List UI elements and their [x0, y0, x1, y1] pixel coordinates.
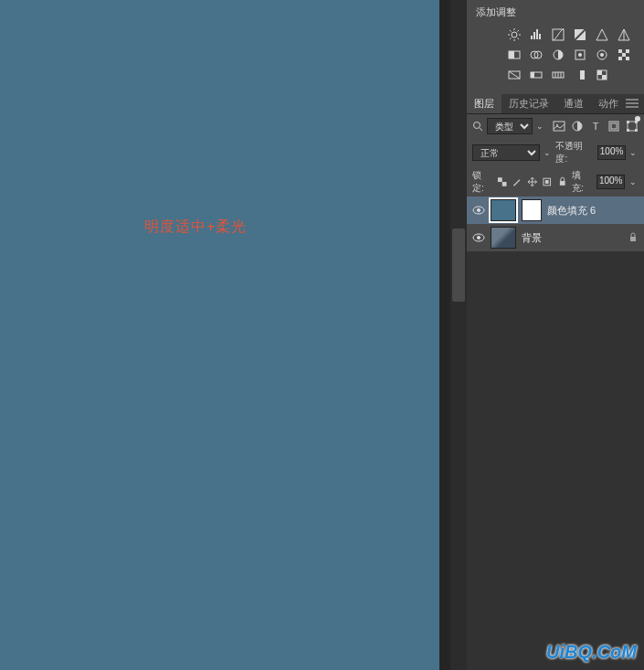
blend-mode-row: 正常 ⌄ 不透明度: 100% ⌄ [467, 138, 644, 167]
layers-empty-area[interactable] [467, 251, 644, 670]
svg-rect-19 [531, 72, 534, 78]
levels-icon[interactable] [529, 27, 544, 42]
canvas-area[interactable]: 明度适中+柔光 [0, 0, 439, 670]
filter-text-icon[interactable]: T [589, 120, 602, 133]
svg-rect-24 [597, 70, 602, 75]
svg-rect-37 [635, 129, 638, 132]
gradient-map-icon[interactable] [529, 68, 544, 82]
svg-rect-12 [618, 49, 622, 53]
svg-rect-42 [560, 181, 565, 186]
lock-all-icon[interactable] [557, 176, 567, 187]
solid-icon[interactable] [573, 68, 587, 82]
blend-mode-select[interactable]: 正常 [472, 144, 540, 161]
lock-row: 锁定: 填充: 100% ⌄ [467, 167, 644, 197]
adjustments-row-3 [501, 65, 637, 85]
lock-label: 锁定: [472, 169, 492, 195]
visibility-eye-icon[interactable] [472, 204, 485, 217]
svg-rect-22 [575, 70, 580, 80]
tab-channels[interactable]: 通道 [556, 94, 591, 113]
svg-rect-4 [509, 51, 514, 58]
photo-filter-icon[interactable] [529, 48, 544, 62]
layers-list: 颜色填充 6 背景 [467, 197, 644, 251]
chevron-down-icon[interactable]: ⌄ [629, 148, 639, 157]
lock-position-icon[interactable] [527, 176, 537, 187]
filter-toggle-dot[interactable] [635, 116, 640, 122]
svg-rect-15 [618, 57, 622, 60]
svg-point-26 [474, 122, 480, 129]
svg-rect-41 [545, 180, 549, 184]
svg-rect-16 [626, 57, 629, 60]
color-lookup-icon[interactable] [573, 48, 587, 62]
svg-rect-39 [502, 182, 507, 186]
adjustments-row-2 [501, 45, 637, 65]
tab-history[interactable]: 历史记录 [501, 94, 556, 113]
panel-divider [439, 0, 451, 670]
brightness-icon[interactable] [507, 27, 522, 42]
svg-rect-38 [498, 177, 502, 182]
adjustments-row-1 [501, 25, 637, 45]
posterize-icon[interactable] [617, 48, 631, 62]
adjustments-panel: 添加调整 [467, 0, 644, 94]
scrollbar-thumb[interactable] [452, 229, 465, 302]
hue-icon[interactable] [617, 27, 631, 42]
chevron-down-icon[interactable]: ⌄ [544, 148, 553, 157]
layer-mask-thumbnail[interactable] [522, 199, 542, 221]
panel-tabs: 图层 历史记录 通道 动作 [467, 94, 644, 114]
opacity-value[interactable]: 100% [597, 145, 627, 160]
chevron-down-icon[interactable]: ⌄ [536, 122, 544, 131]
filter-kind-select[interactable]: 类型 [487, 118, 533, 134]
layer-item[interactable]: 背景 [467, 224, 644, 251]
panel-menu-icon[interactable] [626, 99, 639, 110]
curves-icon[interactable] [551, 27, 565, 42]
filter-shape-icon[interactable] [607, 120, 620, 133]
bw-icon[interactable] [507, 48, 522, 62]
lock-transparency-icon[interactable] [497, 176, 507, 187]
layer-name[interactable]: 背景 [522, 231, 622, 245]
invert-icon[interactable] [595, 48, 609, 62]
svg-rect-32 [611, 123, 617, 129]
layer-item[interactable]: 颜色填充 6 [467, 197, 644, 224]
fill-label: 填充: [572, 169, 592, 195]
filter-icons: T [553, 120, 639, 133]
layer-filter-row: 类型 ⌄ T [467, 114, 644, 138]
svg-rect-13 [626, 49, 629, 53]
channel-mixer-icon[interactable] [551, 48, 565, 62]
lock-icon [628, 232, 639, 243]
svg-rect-34 [627, 121, 629, 123]
selective-color-icon[interactable] [551, 68, 565, 82]
exposure-icon[interactable] [573, 27, 587, 42]
svg-point-11 [600, 53, 604, 57]
watermark-text: UiBQ.CoM [546, 642, 637, 663]
filter-smart-icon[interactable] [626, 120, 639, 133]
tab-actions[interactable]: 动作 [591, 94, 626, 113]
svg-rect-14 [622, 53, 626, 57]
chevron-down-icon[interactable]: ⌄ [629, 177, 639, 186]
threshold-icon[interactable] [507, 68, 522, 82]
opacity-label: 不透明度: [555, 140, 593, 165]
svg-text:T: T [593, 121, 599, 132]
tab-layers[interactable]: 图层 [467, 94, 501, 113]
svg-rect-25 [602, 75, 607, 80]
lock-pixels-icon[interactable] [512, 176, 522, 187]
svg-rect-47 [630, 237, 636, 241]
annotation-text: 明度适中+柔光 [144, 218, 247, 237]
search-icon [472, 118, 483, 134]
vibrance-icon[interactable] [595, 27, 609, 42]
adjustments-title: 添加调整 [474, 5, 637, 19]
svg-point-0 [512, 32, 517, 37]
filter-image-icon[interactable] [553, 120, 565, 133]
visibility-eye-icon[interactable] [472, 231, 485, 244]
filter-adjustment-icon[interactable] [571, 120, 584, 133]
svg-rect-36 [627, 129, 629, 132]
lock-artboard-icon[interactable] [542, 176, 552, 187]
layer-thumbnail[interactable] [491, 227, 516, 249]
vertical-scrollbar[interactable] [450, 0, 467, 670]
layer-thumbnail[interactable] [491, 199, 516, 221]
right-panels: 添加调整 图层 历史记录 通道 动作 [467, 0, 644, 670]
fill-value[interactable]: 100% [596, 175, 626, 189]
layer-name[interactable]: 颜色填充 6 [547, 204, 639, 218]
svg-point-46 [477, 236, 480, 239]
svg-point-9 [578, 53, 582, 57]
svg-point-44 [477, 208, 480, 212]
pattern-icon[interactable] [595, 68, 609, 82]
